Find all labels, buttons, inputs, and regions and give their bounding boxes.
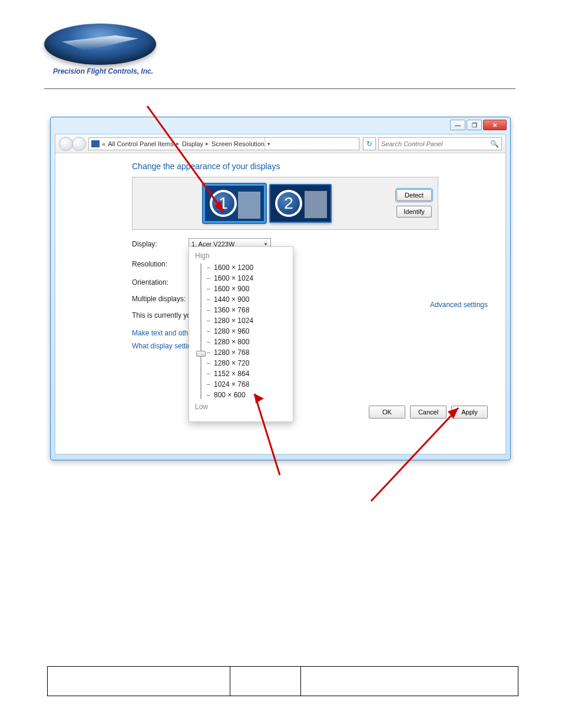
main-display-text: This is currently you — [132, 311, 195, 319]
breadcrumb-bar[interactable]: « All Control Panel Items ▸ Display ▸ Sc… — [88, 137, 359, 150]
breadcrumb-seg-2[interactable]: Display — [182, 140, 203, 147]
monitor-2-number: 2 — [275, 190, 302, 217]
nav-forward-button[interactable] — [72, 137, 86, 151]
slider-track — [200, 263, 201, 399]
orientation-label: Orientation: — [132, 278, 189, 286]
resolution-option[interactable]: 1600 × 1200 — [207, 262, 253, 273]
monitors-preview: 1 2 — [138, 184, 396, 223]
resolution-option[interactable]: 1600 × 900 — [207, 284, 253, 294]
header-separator — [44, 88, 515, 89]
explorer-navbar: « All Control Panel Items ▸ Display ▸ Sc… — [55, 134, 505, 153]
maximize-button[interactable]: ❐ — [467, 120, 482, 130]
monitor-1[interactable]: 1 — [203, 184, 266, 223]
multiple-displays-label: Multiple displays: — [132, 295, 186, 303]
nav-back-button[interactable] — [59, 137, 73, 151]
main-display-note: This is currently you — [132, 311, 488, 319]
search-input[interactable] — [381, 140, 490, 147]
display-row: Display: 1. Acer V223W ▼ — [132, 238, 488, 250]
breadcrumb-dropdown[interactable]: ▾ — [265, 138, 273, 150]
resolution-option[interactable]: 1440 × 900 — [207, 294, 253, 305]
resolution-option[interactable]: 1152 × 864 — [207, 368, 253, 379]
breadcrumb-seg-3[interactable]: Screen Resolution — [211, 140, 265, 147]
resolution-option[interactable]: 800 × 600 — [207, 390, 253, 400]
breadcrumb-arrow-1: ▸ — [176, 140, 180, 147]
resolution-slider-wrap: 1600 × 12001600 × 10241600 × 9001440 × 9… — [195, 262, 287, 400]
resolution-options-list: 1600 × 12001600 × 10241600 × 9001440 × 9… — [207, 262, 253, 400]
refresh-button[interactable]: ↻ — [363, 137, 376, 150]
logo-mark — [44, 24, 156, 65]
resolution-label: Resolution: — [132, 260, 189, 268]
slider-low-label: Low — [195, 403, 287, 411]
company-logo: Precision Flight Controls, Inc. — [44, 24, 162, 75]
footer-cell-1 — [48, 667, 230, 696]
link-display-settings[interactable]: What display setting — [132, 342, 488, 350]
breadcrumb-chevron: « — [102, 140, 105, 147]
advanced-settings-link[interactable]: Advanced settings — [430, 301, 488, 309]
breadcrumb-seg-1[interactable]: All Control Panel Items — [108, 140, 174, 147]
control-panel-icon — [91, 140, 100, 147]
monitor-2[interactable]: 2 — [269, 184, 332, 223]
resolution-option[interactable]: 1024 × 768 — [207, 379, 253, 390]
dialog-buttons: OK Cancel Apply — [369, 406, 488, 419]
screen-resolution-window: — ❐ ✕ « All Control Panel Items ▸ Displa… — [50, 117, 511, 460]
resolution-option[interactable]: 1600 × 1024 — [207, 273, 253, 284]
resolution-option[interactable]: 1280 × 1024 — [207, 315, 253, 326]
page-heading: Change the appearance of your displays — [132, 162, 488, 171]
resolution-option[interactable]: 1280 × 800 — [207, 337, 253, 347]
slider-high-label: High — [195, 252, 287, 260]
resolution-option[interactable]: 1280 × 960 — [207, 326, 253, 337]
window-client: « All Control Panel Items ▸ Display ▸ Sc… — [55, 134, 506, 454]
link-text-size[interactable]: Make text and other — [132, 329, 488, 337]
monitor-1-number: 1 — [210, 190, 237, 217]
resolution-option[interactable]: 1360 × 768 — [207, 305, 253, 315]
close-button[interactable]: ✕ — [483, 120, 507, 130]
footer-table — [47, 666, 518, 696]
table-row — [48, 667, 518, 696]
monitor-2-desktop-icon — [305, 191, 327, 218]
breadcrumb-arrow-2: ▸ — [206, 140, 209, 147]
resolution-option[interactable]: 1280 × 720 — [207, 358, 253, 368]
resolution-slider-popup: High 1600 × 12001600 × 10241600 × 900144… — [189, 246, 293, 422]
apply-button[interactable]: Apply — [451, 406, 488, 419]
help-links: Make text and other What display setting — [132, 329, 488, 350]
nav-history-buttons — [59, 137, 85, 151]
search-box[interactable]: 🔍 — [378, 137, 502, 150]
display-label: Display: — [132, 240, 189, 248]
monitor-1-desktop-icon — [238, 192, 260, 219]
content-area: Change the appearance of your displays 1… — [55, 153, 505, 454]
display-side-buttons: Detect Identify — [396, 189, 432, 218]
detect-button[interactable]: Detect — [396, 189, 432, 201]
company-name: Precision Flight Controls, Inc. — [44, 67, 162, 75]
footer-cell-3 — [301, 667, 518, 696]
footer-cell-2 — [230, 667, 301, 696]
slider-thumb[interactable] — [196, 351, 206, 357]
orientation-row: Orientation: — [132, 278, 488, 286]
minimize-button[interactable]: — — [450, 120, 465, 130]
resolution-row: Resolution: 1280 × 768 ▼ — [132, 258, 488, 270]
resolution-slider[interactable] — [195, 262, 207, 400]
ok-button[interactable]: OK — [369, 406, 405, 419]
cancel-button[interactable]: Cancel — [410, 406, 447, 419]
search-icon: 🔍 — [490, 140, 499, 148]
displays-preview-box: 1 2 Detect Identify — [132, 177, 438, 230]
identify-button[interactable]: Identify — [396, 206, 432, 218]
resolution-option[interactable]: 1280 × 768 — [207, 347, 253, 358]
window-titlebar: — ❐ ✕ — [51, 117, 510, 134]
